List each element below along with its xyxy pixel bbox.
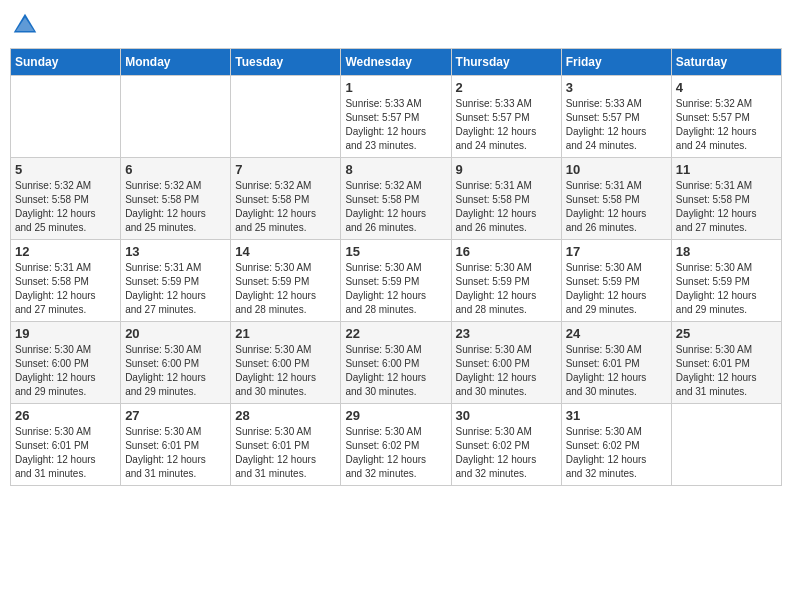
calendar-week-row: 12Sunrise: 5:31 AM Sunset: 5:58 PM Dayli… [11, 240, 782, 322]
day-info: Sunrise: 5:31 AM Sunset: 5:58 PM Dayligh… [456, 179, 557, 235]
day-number: 9 [456, 162, 557, 177]
day-number: 12 [15, 244, 116, 259]
calendar-cell: 6Sunrise: 5:32 AM Sunset: 5:58 PM Daylig… [121, 158, 231, 240]
day-number: 18 [676, 244, 777, 259]
day-number: 11 [676, 162, 777, 177]
day-info: Sunrise: 5:30 AM Sunset: 6:00 PM Dayligh… [15, 343, 116, 399]
day-info: Sunrise: 5:30 AM Sunset: 6:01 PM Dayligh… [235, 425, 336, 481]
day-info: Sunrise: 5:33 AM Sunset: 5:57 PM Dayligh… [566, 97, 667, 153]
day-number: 26 [15, 408, 116, 423]
day-number: 6 [125, 162, 226, 177]
day-number: 21 [235, 326, 336, 341]
day-number: 20 [125, 326, 226, 341]
calendar-cell [121, 76, 231, 158]
day-number: 16 [456, 244, 557, 259]
calendar-cell: 26Sunrise: 5:30 AM Sunset: 6:01 PM Dayli… [11, 404, 121, 486]
calendar-week-row: 26Sunrise: 5:30 AM Sunset: 6:01 PM Dayli… [11, 404, 782, 486]
calendar-week-row: 5Sunrise: 5:32 AM Sunset: 5:58 PM Daylig… [11, 158, 782, 240]
day-number: 4 [676, 80, 777, 95]
day-info: Sunrise: 5:30 AM Sunset: 6:02 PM Dayligh… [456, 425, 557, 481]
day-number: 19 [15, 326, 116, 341]
day-number: 14 [235, 244, 336, 259]
calendar-cell [11, 76, 121, 158]
calendar-cell: 12Sunrise: 5:31 AM Sunset: 5:58 PM Dayli… [11, 240, 121, 322]
calendar-cell: 30Sunrise: 5:30 AM Sunset: 6:02 PM Dayli… [451, 404, 561, 486]
calendar-cell: 17Sunrise: 5:30 AM Sunset: 5:59 PM Dayli… [561, 240, 671, 322]
calendar-header-row: SundayMondayTuesdayWednesdayThursdayFrid… [11, 49, 782, 76]
day-number: 17 [566, 244, 667, 259]
calendar-cell: 13Sunrise: 5:31 AM Sunset: 5:59 PM Dayli… [121, 240, 231, 322]
calendar-day-header: Thursday [451, 49, 561, 76]
calendar-cell: 24Sunrise: 5:30 AM Sunset: 6:01 PM Dayli… [561, 322, 671, 404]
day-number: 23 [456, 326, 557, 341]
day-info: Sunrise: 5:30 AM Sunset: 5:59 PM Dayligh… [456, 261, 557, 317]
day-info: Sunrise: 5:31 AM Sunset: 5:58 PM Dayligh… [15, 261, 116, 317]
day-info: Sunrise: 5:30 AM Sunset: 5:59 PM Dayligh… [345, 261, 446, 317]
day-number: 28 [235, 408, 336, 423]
day-info: Sunrise: 5:32 AM Sunset: 5:57 PM Dayligh… [676, 97, 777, 153]
day-number: 29 [345, 408, 446, 423]
calendar-cell: 28Sunrise: 5:30 AM Sunset: 6:01 PM Dayli… [231, 404, 341, 486]
day-info: Sunrise: 5:30 AM Sunset: 5:59 PM Dayligh… [235, 261, 336, 317]
calendar-cell: 3Sunrise: 5:33 AM Sunset: 5:57 PM Daylig… [561, 76, 671, 158]
day-info: Sunrise: 5:30 AM Sunset: 5:59 PM Dayligh… [566, 261, 667, 317]
calendar-cell: 18Sunrise: 5:30 AM Sunset: 5:59 PM Dayli… [671, 240, 781, 322]
day-number: 22 [345, 326, 446, 341]
calendar-cell: 9Sunrise: 5:31 AM Sunset: 5:58 PM Daylig… [451, 158, 561, 240]
calendar-cell [671, 404, 781, 486]
day-info: Sunrise: 5:30 AM Sunset: 6:00 PM Dayligh… [125, 343, 226, 399]
day-info: Sunrise: 5:30 AM Sunset: 6:01 PM Dayligh… [15, 425, 116, 481]
day-info: Sunrise: 5:32 AM Sunset: 5:58 PM Dayligh… [15, 179, 116, 235]
calendar-cell: 21Sunrise: 5:30 AM Sunset: 6:00 PM Dayli… [231, 322, 341, 404]
calendar-cell: 31Sunrise: 5:30 AM Sunset: 6:02 PM Dayli… [561, 404, 671, 486]
day-info: Sunrise: 5:30 AM Sunset: 6:02 PM Dayligh… [566, 425, 667, 481]
calendar-cell: 11Sunrise: 5:31 AM Sunset: 5:58 PM Dayli… [671, 158, 781, 240]
day-number: 5 [15, 162, 116, 177]
calendar-day-header: Saturday [671, 49, 781, 76]
day-info: Sunrise: 5:30 AM Sunset: 5:59 PM Dayligh… [676, 261, 777, 317]
day-number: 13 [125, 244, 226, 259]
page-header [10, 10, 782, 40]
day-info: Sunrise: 5:30 AM Sunset: 6:00 PM Dayligh… [456, 343, 557, 399]
day-number: 2 [456, 80, 557, 95]
day-info: Sunrise: 5:33 AM Sunset: 5:57 PM Dayligh… [456, 97, 557, 153]
calendar-cell: 25Sunrise: 5:30 AM Sunset: 6:01 PM Dayli… [671, 322, 781, 404]
calendar-cell: 2Sunrise: 5:33 AM Sunset: 5:57 PM Daylig… [451, 76, 561, 158]
calendar-cell: 27Sunrise: 5:30 AM Sunset: 6:01 PM Dayli… [121, 404, 231, 486]
calendar-cell: 10Sunrise: 5:31 AM Sunset: 5:58 PM Dayli… [561, 158, 671, 240]
logo[interactable] [10, 10, 44, 40]
day-number: 24 [566, 326, 667, 341]
calendar-cell: 15Sunrise: 5:30 AM Sunset: 5:59 PM Dayli… [341, 240, 451, 322]
day-number: 1 [345, 80, 446, 95]
day-info: Sunrise: 5:30 AM Sunset: 6:02 PM Dayligh… [345, 425, 446, 481]
day-info: Sunrise: 5:32 AM Sunset: 5:58 PM Dayligh… [345, 179, 446, 235]
day-info: Sunrise: 5:32 AM Sunset: 5:58 PM Dayligh… [235, 179, 336, 235]
calendar-cell: 14Sunrise: 5:30 AM Sunset: 5:59 PM Dayli… [231, 240, 341, 322]
calendar-day-header: Sunday [11, 49, 121, 76]
calendar-day-header: Friday [561, 49, 671, 76]
day-info: Sunrise: 5:32 AM Sunset: 5:58 PM Dayligh… [125, 179, 226, 235]
day-info: Sunrise: 5:30 AM Sunset: 6:01 PM Dayligh… [566, 343, 667, 399]
day-info: Sunrise: 5:31 AM Sunset: 5:58 PM Dayligh… [676, 179, 777, 235]
calendar-cell: 1Sunrise: 5:33 AM Sunset: 5:57 PM Daylig… [341, 76, 451, 158]
day-number: 8 [345, 162, 446, 177]
day-number: 15 [345, 244, 446, 259]
calendar-cell: 29Sunrise: 5:30 AM Sunset: 6:02 PM Dayli… [341, 404, 451, 486]
calendar-cell: 7Sunrise: 5:32 AM Sunset: 5:58 PM Daylig… [231, 158, 341, 240]
day-number: 10 [566, 162, 667, 177]
calendar-week-row: 1Sunrise: 5:33 AM Sunset: 5:57 PM Daylig… [11, 76, 782, 158]
day-info: Sunrise: 5:30 AM Sunset: 6:00 PM Dayligh… [235, 343, 336, 399]
logo-icon [10, 10, 40, 40]
day-number: 30 [456, 408, 557, 423]
day-info: Sunrise: 5:31 AM Sunset: 5:59 PM Dayligh… [125, 261, 226, 317]
calendar-cell: 22Sunrise: 5:30 AM Sunset: 6:00 PM Dayli… [341, 322, 451, 404]
calendar-day-header: Tuesday [231, 49, 341, 76]
day-info: Sunrise: 5:30 AM Sunset: 6:00 PM Dayligh… [345, 343, 446, 399]
calendar-cell: 19Sunrise: 5:30 AM Sunset: 6:00 PM Dayli… [11, 322, 121, 404]
calendar-cell: 20Sunrise: 5:30 AM Sunset: 6:00 PM Dayli… [121, 322, 231, 404]
day-info: Sunrise: 5:31 AM Sunset: 5:58 PM Dayligh… [566, 179, 667, 235]
calendar-cell: 16Sunrise: 5:30 AM Sunset: 5:59 PM Dayli… [451, 240, 561, 322]
calendar-week-row: 19Sunrise: 5:30 AM Sunset: 6:00 PM Dayli… [11, 322, 782, 404]
calendar-cell: 23Sunrise: 5:30 AM Sunset: 6:00 PM Dayli… [451, 322, 561, 404]
day-number: 7 [235, 162, 336, 177]
